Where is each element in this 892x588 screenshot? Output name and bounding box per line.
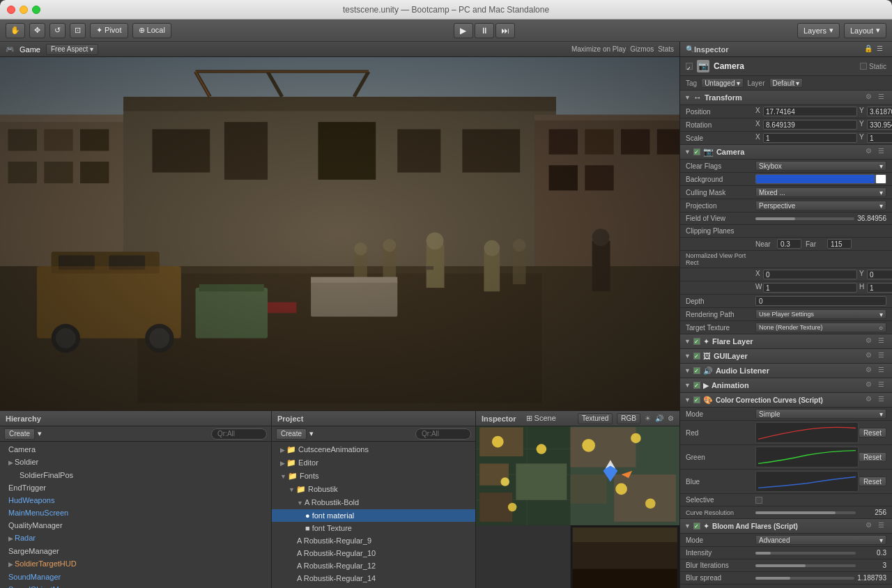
bloom-enabled-checkbox[interactable]: ✓ <box>693 523 700 529</box>
vp-w-field[interactable] <box>763 283 857 293</box>
stats-button[interactable]: Stats <box>658 45 674 53</box>
scale-x-field[interactable] <box>763 133 857 143</box>
hierarchy-item-radar[interactable]: ▶Radar <box>0 532 271 545</box>
hand-tool-button[interactable]: ✋ <box>6 23 25 38</box>
blue-reset-button[interactable]: Reset <box>859 477 886 486</box>
curve-resolution-track[interactable] <box>755 511 856 514</box>
hierarchy-item-mainmenu[interactable]: MainMenuScreen <box>0 506 271 519</box>
tag-dropdown[interactable]: Untagged ▾ <box>701 78 743 88</box>
red-curve-canvas[interactable] <box>755 422 859 443</box>
rot-x-field[interactable] <box>763 120 857 130</box>
maximize-button[interactable] <box>32 6 40 14</box>
vp-y-field[interactable] <box>867 270 892 279</box>
inspector-tab-label[interactable]: Inspector <box>482 415 516 423</box>
rendering-path-dropdown[interactable]: Use Player Settings ▾ <box>755 309 886 319</box>
audio-listener-header[interactable]: ▼ ✓ 🔊 Audio Listener ⚙ ☰ <box>680 364 892 378</box>
project-robustik-14a[interactable]: A Robustik-Regular_14 <box>272 572 475 585</box>
step-button[interactable]: ⏭ <box>495 23 515 38</box>
blue-curve-canvas[interactable] <box>755 471 859 492</box>
pause-button[interactable]: ⏸ <box>475 23 494 38</box>
background-color-picker[interactable] <box>875 174 886 184</box>
pivot-button[interactable]: ✦ Pivot <box>90 23 128 38</box>
audio-enabled-checkbox[interactable]: ✓ <box>693 367 700 374</box>
green-reset-button[interactable]: Reset <box>859 452 886 462</box>
project-robustik-9[interactable]: A Robustik-Regular_9 <box>272 534 475 547</box>
rotate-tool-button[interactable]: ↺ <box>49 23 66 38</box>
gizmos-button[interactable]: Gizmos <box>630 45 654 53</box>
audio-settings-icon[interactable]: ⚙ <box>866 366 875 376</box>
gui-layer-header[interactable]: ▼ ✓ 🖼 GUILayer ⚙ ☰ <box>680 349 892 364</box>
animation-header[interactable]: ▼ ✓ ▶ Animation ⚙ ☰ <box>680 378 892 393</box>
project-font-texture[interactable]: ■ font Texture <box>272 522 475 534</box>
vp-h-field[interactable] <box>867 283 892 293</box>
inspector-lock-icon[interactable]: 🔒 <box>864 45 874 54</box>
game-tab-label[interactable]: Game <box>20 45 40 54</box>
flare-menu-icon[interactable]: ☰ <box>878 336 888 346</box>
near-field[interactable] <box>777 239 801 249</box>
flare-layer-header[interactable]: ▼ ✓ ✦ Flare Layer ⚙ ☰ <box>680 334 892 349</box>
vp-x-field[interactable] <box>763 270 857 279</box>
hierarchy-item-soundobjectmanager[interactable]: SoundObjectManager <box>0 583 271 588</box>
red-reset-button[interactable]: Reset <box>859 428 886 438</box>
projection-dropdown[interactable]: Perspective ▾ <box>755 201 886 210</box>
color-correction-menu-icon[interactable]: ☰ <box>878 395 888 405</box>
bloom-header[interactable]: ▼ ✓ ✦ Bloom And Flares (Script) ⚙ ☰ <box>680 519 892 534</box>
camera-menu-icon[interactable]: ☰ <box>878 147 888 157</box>
color-correction-enabled-checkbox[interactable]: ✓ <box>693 396 700 403</box>
project-robustik-bold[interactable]: ▼A Robustik-Bold <box>272 496 475 509</box>
layer-dropdown[interactable]: Default ▾ <box>769 78 803 88</box>
gui-enabled-checkbox[interactable]: ✓ <box>693 353 700 359</box>
flare-settings-icon[interactable]: ⚙ <box>866 336 875 346</box>
scale-tool-button[interactable]: ⊡ <box>70 23 86 38</box>
flare-enabled-checkbox[interactable]: ✓ <box>693 338 700 345</box>
rot-y-field[interactable] <box>867 120 892 130</box>
bloom-intensity-track[interactable] <box>755 552 856 555</box>
target-texture-dropdown[interactable]: None (Render Texture) ○ <box>755 323 886 332</box>
pos-x-field[interactable] <box>763 107 857 116</box>
project-robustik-12[interactable]: A Robustik-Regular_12 <box>272 559 475 572</box>
layout-dropdown[interactable]: Layout ▾ <box>844 23 886 38</box>
camera-enabled-checkbox[interactable]: ✓ <box>693 148 700 155</box>
close-button[interactable] <box>7 6 15 14</box>
scale-y-field[interactable] <box>867 133 892 143</box>
play-button[interactable]: ▶ <box>454 23 473 38</box>
project-editor[interactable]: ▶📁 Editor <box>272 456 475 470</box>
animation-enabled-checkbox[interactable]: ✓ <box>693 382 700 389</box>
background-color-field[interactable] <box>755 174 875 184</box>
color-correction-settings-icon[interactable]: ⚙ <box>866 395 875 405</box>
layers-dropdown[interactable]: Layers ▾ <box>797 23 840 38</box>
hierarchy-item-sargemanager[interactable]: SargeManager <box>0 545 271 557</box>
hierarchy-item-qualitymanager[interactable]: QualityManager <box>0 519 271 532</box>
inspector-menu-icon[interactable]: ☰ <box>877 45 886 54</box>
hierarchy-item-hudweapons[interactable]: HudWeapons <box>0 494 271 506</box>
static-checkbox[interactable]: Static <box>860 63 886 70</box>
animation-menu-icon[interactable]: ☰ <box>878 380 888 390</box>
green-curve-canvas[interactable] <box>755 447 859 467</box>
hierarchy-item-soldier[interactable]: ▶Soldier <box>0 456 271 469</box>
bloom-mode-dropdown[interactable]: Advanced ▾ <box>755 535 886 545</box>
selective-checkbox[interactable] <box>755 497 762 504</box>
gui-menu-icon[interactable]: ☰ <box>878 351 888 361</box>
camera-settings-icon[interactable]: ⚙ <box>866 147 875 157</box>
fov-slider-track[interactable] <box>755 217 854 220</box>
transform-component-header[interactable]: ▼ ↔ Transform ⚙ ☰ <box>680 91 892 105</box>
hierarchy-search-input[interactable] <box>211 428 267 440</box>
project-search-input[interactable] <box>415 428 471 440</box>
clear-flags-dropdown[interactable]: Skybox ▾ <box>755 161 886 171</box>
pos-y-field[interactable] <box>867 107 892 116</box>
project-robustik-10[interactable]: A Robustik-Regular_10 <box>272 547 475 559</box>
aspect-dropdown[interactable]: Free Aspect ▾ <box>46 44 98 55</box>
color-correction-header[interactable]: ▼ ✓ 🎨 Color Correction Curves (Script) ⚙… <box>680 393 892 408</box>
project-robustik-14b[interactable]: ● Robustik-Regular_14 <box>272 585 475 588</box>
depth-field[interactable] <box>755 296 886 306</box>
transform-settings-icon[interactable]: ⚙ <box>866 93 875 102</box>
far-field[interactable] <box>827 239 852 249</box>
project-font-material[interactable]: ● font material <box>272 509 475 522</box>
hierarchy-item-soundmanager[interactable]: SoundManager <box>0 571 271 583</box>
culling-mask-dropdown[interactable]: Mixed ... ▾ <box>755 187 886 197</box>
scene-rgb-button[interactable]: RGB <box>617 413 640 424</box>
bloom-menu-icon[interactable]: ☰ <box>878 521 888 531</box>
minimize-button[interactable] <box>20 6 28 14</box>
hierarchy-item-endtrigger[interactable]: EndTrigger <box>0 481 271 494</box>
local-button[interactable]: ⊕ Local <box>132 23 171 38</box>
